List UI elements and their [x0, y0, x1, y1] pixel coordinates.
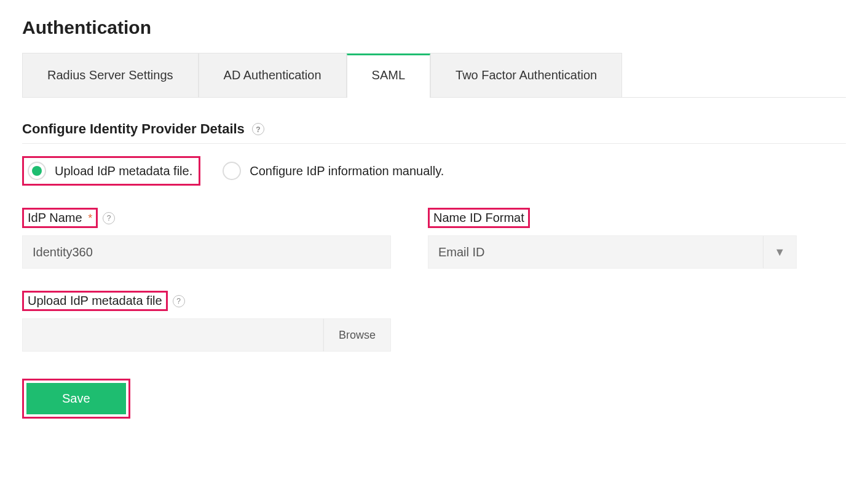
save-button[interactable]: Save	[26, 383, 126, 414]
idp-name-label-highlight: IdP Name *	[22, 208, 98, 228]
radio-upload-metadata[interactable]: Upload IdP metadata file.	[22, 156, 200, 186]
required-star-icon: *	[88, 212, 92, 224]
save-button-highlight: Save	[22, 379, 130, 419]
radio-upload-label: Upload IdP metadata file.	[55, 164, 192, 178]
browse-button[interactable]: Browse	[323, 318, 391, 352]
tab-saml[interactable]: SAML	[347, 53, 430, 98]
chevron-down-icon[interactable]: ▼	[763, 236, 796, 268]
section-title: Configure Identity Provider Details	[22, 121, 245, 137]
tab-ad-authentication[interactable]: AD Authentication	[199, 53, 347, 97]
radio-button-checked-icon	[28, 162, 46, 180]
form-grid: IdP Name * ? Name ID Format Email ID ▼ U…	[22, 208, 797, 352]
upload-metadata-file-row: Browse	[22, 318, 391, 352]
idp-mode-radio-row: Upload IdP metadata file. Configure IdP …	[22, 156, 846, 186]
help-icon[interactable]: ?	[173, 295, 185, 307]
idp-name-label-row: IdP Name * ?	[22, 208, 115, 228]
name-id-format-label: Name ID Format	[428, 208, 530, 228]
radio-manual-label: Configure IdP information manually.	[250, 164, 444, 178]
idp-name-field: IdP Name * ?	[22, 208, 391, 269]
radio-configure-manually[interactable]: Configure IdP information manually.	[219, 158, 450, 184]
page-title: Authentication	[22, 17, 846, 38]
name-id-format-label-row: Name ID Format	[428, 208, 530, 228]
name-id-format-field: Name ID Format Email ID ▼	[428, 208, 797, 269]
radio-button-unchecked-icon	[223, 162, 241, 180]
help-icon[interactable]: ?	[252, 123, 264, 135]
section-title-row: Configure Identity Provider Details ?	[22, 121, 846, 137]
tab-radius-server-settings[interactable]: Radius Server Settings	[22, 53, 199, 97]
idp-name-input[interactable]	[22, 235, 391, 269]
upload-metadata-file-input[interactable]	[22, 318, 323, 352]
name-id-format-select[interactable]: Email ID ▼	[428, 235, 797, 269]
upload-metadata-label-row: Upload IdP metadata file ?	[22, 291, 185, 311]
tab-two-factor-authentication[interactable]: Two Factor Authentication	[430, 53, 622, 97]
upload-metadata-field: Upload IdP metadata file ? Browse	[22, 291, 391, 352]
section-divider	[22, 143, 846, 144]
name-id-format-value: Email ID	[428, 236, 763, 268]
upload-metadata-label: Upload IdP metadata file	[22, 291, 168, 311]
tab-bar: Radius Server Settings AD Authentication…	[22, 53, 846, 98]
help-icon[interactable]: ?	[103, 212, 115, 224]
idp-name-label: IdP Name	[28, 211, 82, 224]
